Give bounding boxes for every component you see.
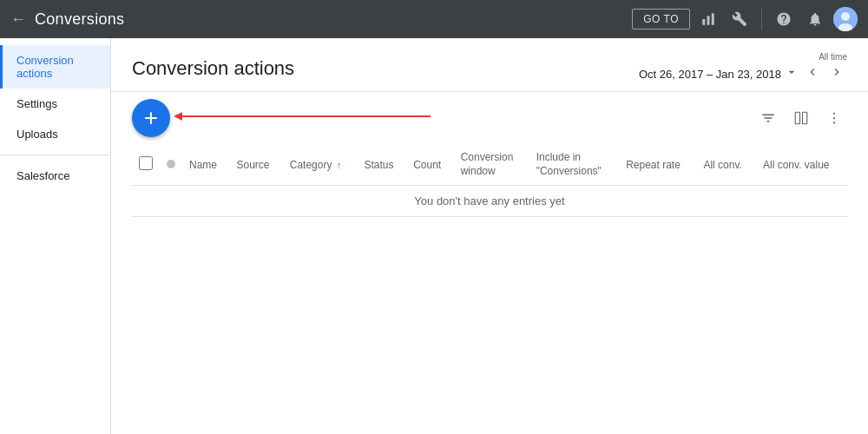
svg-rect-8 [795, 112, 799, 124]
table-container: Name Source Category ↑ Status Count Conv… [111, 144, 868, 217]
columns-icon-button[interactable] [788, 107, 814, 129]
sidebar: Conversion actions Settings Uploads Sale… [0, 38, 111, 434]
status-dot-icon [167, 160, 175, 168]
bar-chart-icon-button[interactable] [695, 6, 721, 32]
svg-rect-2 [712, 13, 714, 25]
status-column-header[interactable]: Status [357, 144, 406, 186]
select-all-checkbox[interactable] [139, 156, 153, 170]
date-next-button[interactable] [826, 63, 847, 84]
svg-point-11 [833, 117, 835, 119]
toolbar: + [111, 92, 868, 144]
arrow-annotation [170, 102, 439, 130]
help-icon-button[interactable] [771, 6, 797, 32]
avatar[interactable] [833, 7, 858, 31]
sidebar-item-conversion-actions[interactable]: Conversion actions [0, 45, 110, 89]
svg-point-10 [833, 113, 835, 115]
main-layout: Conversion actions Settings Uploads Sale… [0, 38, 868, 434]
all-conv-header[interactable]: All conv. [696, 144, 756, 186]
date-range-label: All time [819, 52, 847, 62]
conv-window-line2: window [461, 165, 496, 177]
status-dot-header [160, 144, 182, 186]
category-column-header[interactable]: Category ↑ [283, 144, 358, 186]
app-title: Conversions [35, 10, 124, 29]
name-column-header[interactable]: Name [182, 144, 229, 186]
svg-marker-7 [174, 112, 182, 121]
date-range-picker: Oct 26, 2017 – Jan 23, 2018 [639, 63, 847, 84]
back-button[interactable]: ← [10, 10, 26, 29]
repeat-rate-header[interactable]: Repeat rate [619, 144, 696, 186]
add-button[interactable]: + [132, 99, 170, 137]
svg-point-4 [841, 12, 850, 21]
filter-icon-button[interactable] [755, 107, 781, 129]
toolbar-right [755, 107, 847, 129]
all-conv-value-header[interactable]: All conv. value [756, 144, 847, 186]
sidebar-item-salesforce[interactable]: Salesforce [0, 161, 110, 191]
date-prev-button[interactable] [802, 63, 823, 84]
content-header: Conversion actions All time Oct 26, 2017… [111, 38, 868, 92]
top-nav-right: GO TO [632, 6, 858, 32]
main-content: Conversion actions All time Oct 26, 2017… [111, 38, 868, 434]
page-title: Conversion actions [132, 57, 294, 80]
svg-rect-1 [707, 16, 710, 25]
nav-divider [761, 9, 762, 30]
select-all-checkbox-header[interactable] [132, 144, 160, 186]
count-column-header[interactable]: Count [406, 144, 453, 186]
svg-rect-0 [702, 19, 705, 25]
date-range-text: Oct 26, 2017 – Jan 23, 2018 [639, 68, 781, 81]
conversion-window-header[interactable]: Conversion window [454, 144, 529, 186]
category-sort-icon: ↑ [337, 160, 342, 170]
svg-rect-9 [803, 112, 807, 124]
bell-icon-button[interactable] [802, 6, 828, 32]
include-in-conversions-header[interactable]: Include in "Conversions" [529, 144, 619, 186]
sidebar-item-uploads[interactable]: Uploads [0, 119, 110, 149]
sidebar-divider [0, 155, 110, 155]
date-range-section: All time Oct 26, 2017 – Jan 23, 2018 [639, 52, 847, 84]
wrench-icon-button[interactable] [727, 6, 753, 32]
goto-button[interactable]: GO TO [632, 9, 690, 30]
svg-point-12 [833, 122, 835, 123]
source-column-header[interactable]: Source [229, 144, 282, 186]
empty-state-row: You don't have any entries yet [132, 186, 847, 217]
include-line2: "Conversions" [536, 165, 602, 177]
top-nav: ← Conversions GO TO [0, 0, 868, 38]
data-table: Name Source Category ↑ Status Count Conv… [132, 144, 847, 217]
date-dropdown-button[interactable] [785, 65, 799, 82]
table-header: Name Source Category ↑ Status Count Conv… [132, 144, 847, 186]
include-line1: Include in [536, 151, 581, 163]
top-nav-left: ← Conversions [10, 10, 632, 29]
conv-window-line1: Conversion [461, 151, 514, 163]
more-options-button[interactable] [821, 107, 847, 129]
sidebar-item-settings[interactable]: Settings [0, 89, 110, 119]
empty-message: You don't have any entries yet [132, 186, 847, 217]
table-body: You don't have any entries yet [132, 186, 847, 217]
table-header-row: Name Source Category ↑ Status Count Conv… [132, 144, 847, 186]
